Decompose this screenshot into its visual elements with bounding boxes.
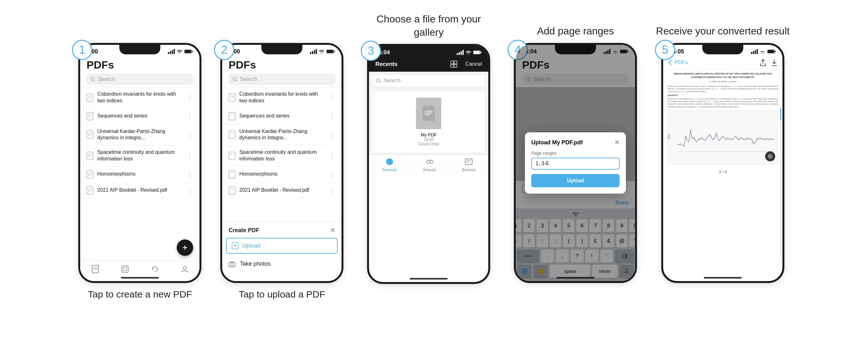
steps-container: 1 9:00 <box>12 6 856 307</box>
notch <box>119 45 160 54</box>
file-menu[interactable]: ⋮ <box>329 152 335 160</box>
file-name: Sequences and series <box>97 113 183 119</box>
home-indicator-3 <box>410 278 447 280</box>
take-photos-button[interactable]: Take photos <box>222 256 342 271</box>
modal-upload-button[interactable]: Upload <box>531 174 620 187</box>
chart-action-button[interactable] <box>765 151 775 162</box>
recents-label: Recents <box>375 61 397 67</box>
upload-modal-overlay: Upload My PDF.pdf ✕ Page ranges Upload <box>516 45 635 281</box>
tab-scan[interactable] <box>119 263 131 275</box>
svg-point-77 <box>427 160 430 163</box>
svg-line-4 <box>94 80 95 82</box>
step-4-phone-wrapper: 4 16:04 <box>514 43 637 283</box>
battery-icon-2 <box>327 49 335 54</box>
search-bar-1[interactable]: Search <box>87 74 193 85</box>
list-item[interactable]: Spacetime continuity and quantum informa… <box>80 145 199 167</box>
list-item[interactable]: Homomorphisms ⋮ <box>80 167 199 182</box>
notch-5 <box>702 45 743 54</box>
list-item[interactable]: Spacetime continuity and quantum informa… <box>222 145 342 167</box>
notch-3 <box>408 46 449 55</box>
scrollbar-thumb[interactable] <box>780 108 781 121</box>
battery-icon-5 <box>767 49 776 54</box>
step-2: 2 9:00 <box>220 12 343 301</box>
svg-rect-25 <box>87 187 93 194</box>
file-menu[interactable]: ⋮ <box>187 131 193 138</box>
file-menu[interactable]: ⋮ <box>187 171 193 178</box>
download-icon[interactable] <box>771 59 777 66</box>
file-menu[interactable]: ⋮ <box>187 152 193 160</box>
share-icon[interactable] <box>760 59 766 66</box>
list-item[interactable]: 2021 AIP Booklet - Revised.pdf ⋮ <box>222 182 342 199</box>
upload-button[interactable]: Upload <box>226 238 338 254</box>
tab-convert[interactable] <box>149 263 161 275</box>
list-item[interactable]: Cobordism invariants for knots with two … <box>222 87 342 108</box>
tab-profile[interactable] <box>179 263 190 275</box>
file-menu[interactable]: ⋮ <box>329 171 335 178</box>
back-nav[interactable]: PDFs <box>668 59 688 66</box>
result-header-5: PDFs <box>663 56 782 69</box>
picker-search-3[interactable]: Search <box>372 75 485 86</box>
svg-point-69 <box>377 79 380 82</box>
cancel-button-3[interactable]: Cancel <box>465 61 482 67</box>
step-3-phone: 16:04 Recents <box>367 44 490 284</box>
list-item[interactable]: Sequences and series ⋮ <box>80 108 199 124</box>
svg-rect-1 <box>185 50 191 53</box>
file-name: Homomorphisms <box>97 171 183 177</box>
file-menu[interactable]: ⋮ <box>329 131 335 138</box>
create-pdf-fab[interactable] <box>177 239 193 256</box>
step-4: Add page ranges 4 16:04 <box>514 12 637 288</box>
list-item[interactable]: Universal Kardar-Parisi-Zhang dynamics i… <box>80 124 199 146</box>
page-ranges-input[interactable] <box>531 158 620 170</box>
tab-recents[interactable]: Recents <box>382 157 397 172</box>
svg-point-61 <box>231 263 233 266</box>
file-menu[interactable]: ⋮ <box>329 94 335 102</box>
file-icon <box>228 93 236 102</box>
file-icon <box>87 187 93 195</box>
close-sheet-button[interactable]: ✕ <box>330 226 335 234</box>
file-name: Spacetime continuity and quantum informa… <box>239 149 325 162</box>
file-icon <box>228 152 236 160</box>
chart-svg: Flux <box>668 111 778 164</box>
sheet-title-2: Create PDF ✕ <box>222 226 342 238</box>
grid-icon[interactable] <box>450 60 458 68</box>
signal-icon-2 <box>310 49 317 54</box>
file-menu[interactable]: ⋮ <box>187 187 193 194</box>
list-item[interactable]: Universal Kardar-Parisi-Zhang dynamics i… <box>222 124 342 146</box>
list-item[interactable]: Homomorphisms ⋮ <box>222 167 342 182</box>
svg-point-40 <box>233 77 236 81</box>
step-3-phone-wrapper: 3 16:04 <box>367 44 490 284</box>
file-menu[interactable]: ⋮ <box>329 187 335 194</box>
svg-rect-67 <box>451 64 454 67</box>
picker-file-item[interactable]: My PDF 18:00 iCloud Drive <box>372 91 485 152</box>
tab-docs[interactable] <box>90 263 101 275</box>
svg-rect-34 <box>122 266 128 272</box>
result-actions <box>760 59 777 66</box>
step-3: Choose a file from your gallery 3 16:04 <box>362 12 495 289</box>
upload-label: Upload <box>242 242 260 249</box>
status-icons-1 <box>168 49 193 54</box>
step-2-label-bottom: Tap to upload a PDF <box>239 288 326 301</box>
file-menu[interactable]: ⋮ <box>187 94 193 102</box>
list-item[interactable]: Sequences and series ⋮ <box>222 108 342 124</box>
search-icon-3 <box>376 78 381 83</box>
file-menu[interactable]: ⋮ <box>329 112 335 120</box>
page-indicator-5: 3 / 4 <box>663 167 782 176</box>
file-name: Homomorphisms <box>239 171 325 177</box>
svg-rect-53 <box>229 187 235 194</box>
file-menu[interactable]: ⋮ <box>187 112 193 120</box>
svg-line-70 <box>379 82 381 83</box>
modal-close-button[interactable]: ✕ <box>614 139 620 146</box>
step-5-phone-wrapper: 5 16:05 <box>661 43 784 283</box>
picker-file-source: iCloud Drive <box>418 142 439 146</box>
search-bar-2[interactable]: Search <box>228 74 335 85</box>
list-item[interactable]: 2021 AIP Booklet - Revised.pdf ⋮ <box>80 182 199 199</box>
search-placeholder-2: Search <box>240 76 257 82</box>
picker-file-time: 18:00 <box>418 137 439 142</box>
picker-file-name: My PDF <box>418 132 439 137</box>
tab-shared[interactable]: Shared <box>423 157 436 172</box>
tab-browse[interactable]: Browse <box>462 157 475 172</box>
list-item[interactable]: Cobordism invariants for knots with two … <box>80 87 199 108</box>
svg-rect-45 <box>229 112 235 120</box>
result-content: BROAD EMISSION LINES IN OPTICAL SPECTRA … <box>663 69 782 167</box>
step-1: 1 9:00 <box>78 12 202 301</box>
